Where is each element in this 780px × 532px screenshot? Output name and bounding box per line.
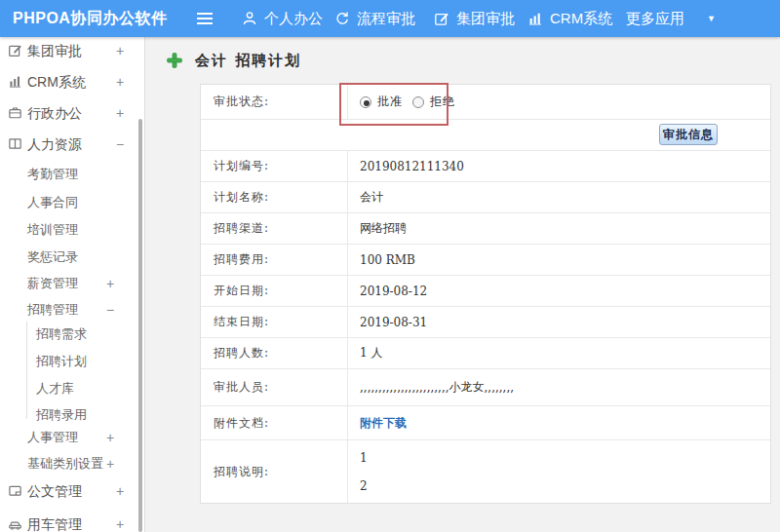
nav-crm-system[interactable]: CRM系统: [527, 0, 612, 37]
sidebar-item-attendance[interactable]: 考勤管理: [0, 165, 144, 184]
expand-toggle-icon[interactable]: +: [103, 274, 117, 293]
table-row-recruit-note: 招聘说明: 1 2: [201, 440, 770, 503]
table-row-approval-button: 审批信息: [201, 120, 770, 151]
app-title: PHPOA协同办公软件: [13, 0, 167, 37]
edit-icon: [8, 43, 22, 62]
edit-icon: [434, 11, 449, 26]
expand-toggle-icon[interactable]: +: [113, 41, 127, 60]
field-label: 结束日期:: [201, 307, 348, 337]
sidebar-item-personnel[interactable]: 人事管理 +: [0, 428, 144, 447]
radio-reject[interactable]: [412, 96, 424, 108]
note-line: 2: [360, 479, 368, 493]
field-label: 审批状态:: [201, 85, 348, 119]
sidebar-item-recruit-hire[interactable]: 招聘录用: [0, 405, 144, 425]
field-value: 1 人: [348, 338, 770, 368]
sidebar-item-training[interactable]: 培训管理: [0, 220, 144, 240]
sidebar-item-hr-contract[interactable]: 人事合同: [0, 193, 144, 212]
nav-label: 个人办公: [264, 10, 323, 28]
collapse-toggle-icon[interactable]: −: [103, 300, 117, 320]
process-icon: [334, 11, 350, 26]
expand-toggle-icon[interactable]: +: [113, 72, 127, 92]
topbar: PHPOA协同办公软件 个人办公 流程审批 集团审批 CRM系统 更多应用 ▼: [0, 0, 780, 37]
sidebar-item-documents[interactable]: 公文管理 +: [0, 481, 144, 501]
expand-toggle-icon[interactable]: +: [103, 454, 117, 474]
note-line: 1: [360, 451, 368, 465]
sidebar-item-crm[interactable]: CRM系统 +: [0, 72, 144, 92]
nav-more-apps[interactable]: 更多应用 ▼: [626, 0, 716, 37]
field-label: 计划编号:: [201, 151, 348, 181]
nav-label: 集团审批: [456, 10, 515, 28]
sidebar-item-vehicle[interactable]: 用车管理 +: [0, 514, 144, 532]
field-value: ,,,,,,,,,,,,,,,,,,,,,,,,小龙女,,,,,,,,: [348, 369, 770, 405]
sidebar-item-recruit-demand[interactable]: 招聘需求: [0, 324, 144, 344]
nav-label: 更多应用: [626, 10, 684, 28]
collapse-toggle-icon[interactable]: −: [113, 134, 127, 154]
expand-toggle-icon[interactable]: +: [113, 514, 127, 532]
nav-label: 流程审批: [357, 10, 415, 28]
add-plus-icon[interactable]: [167, 53, 182, 72]
field-value: 网络招聘: [348, 213, 770, 244]
field-value: 20190812111340: [348, 151, 770, 181]
table-row-headcount: 招聘人数: 1 人: [201, 338, 770, 369]
table-row-recruit-channel: 招聘渠道: 网络招聘: [201, 213, 770, 245]
expand-toggle-icon[interactable]: +: [113, 103, 127, 123]
table-row-approval-status: 审批状态: 批准 拒绝: [201, 85, 770, 120]
briefcase-icon: [8, 105, 22, 125]
table-row-end-date: 结束日期: 2019-08-31: [201, 307, 770, 338]
sidebar-item-salary[interactable]: 薪资管理 +: [0, 274, 144, 293]
field-label: 招聘渠道:: [201, 213, 348, 244]
sidebar-item-talent-pool[interactable]: 人才库: [0, 379, 144, 399]
field-label: 招聘费用:: [201, 245, 348, 275]
sidebar-item-human-resources[interactable]: 人力资源 −: [0, 134, 144, 154]
table-row-attachment: 附件文档: 附件下载: [201, 406, 770, 440]
sidebar-item-admin-office[interactable]: 行政办公 +: [0, 103, 144, 123]
field-label: 计划名称:: [201, 182, 348, 212]
nav-group-approval[interactable]: 集团审批: [434, 0, 515, 37]
table-row-recruit-cost: 招聘费用: 100 RMB: [201, 245, 770, 276]
sidebar-item-recruit-plan[interactable]: 招聘计划: [0, 352, 144, 371]
field-label: 审批人员:: [201, 369, 348, 405]
recruit-plan-detail-table: 审批状态: 批准 拒绝 审批信息 计划编号: 20190812111340 计划…: [200, 84, 771, 504]
nav-process-approval[interactable]: 流程审批: [334, 0, 415, 37]
hamburger-menu-icon[interactable]: [197, 13, 213, 27]
approval-info-button[interactable]: 审批信息: [659, 124, 718, 145]
bar-chart-icon: [8, 74, 22, 94]
table-row-start-date: 开始日期: 2019-08-12: [201, 276, 770, 307]
radio-reject-label: 拒绝: [430, 94, 455, 110]
person-icon: [242, 11, 257, 26]
page-title: 会计 招聘计划: [195, 52, 301, 70]
field-value: 2019-08-12: [348, 276, 770, 306]
sidebar-item-rewards[interactable]: 奖惩记录: [0, 247, 144, 267]
bar-chart-icon: [527, 11, 543, 26]
sidebar-item-base-category[interactable]: 基础类别设置 +: [0, 454, 144, 474]
sidebar-item-recruitment[interactable]: 招聘管理 −: [0, 300, 144, 320]
field-value: 2019-08-31: [348, 307, 770, 337]
field-label: 招聘人数:: [201, 338, 348, 368]
field-value: 100 RMB: [348, 245, 770, 275]
expand-toggle-icon[interactable]: +: [113, 481, 127, 501]
field-label: 开始日期:: [201, 276, 348, 306]
main-content: 会计 招聘计划 审批状态: 批准 拒绝 审批信息 计划编号: 201908121…: [146, 37, 780, 532]
field-label: 招聘说明:: [201, 440, 348, 503]
sidebar: 集团审批 + CRM系统 + 行政办公 + 人力资源 − 考勤管理 人事合同 培…: [0, 37, 145, 532]
nav-personal-office[interactable]: 个人办公: [242, 0, 323, 37]
radio-approve[interactable]: [360, 96, 371, 108]
sidebar-scrollbar[interactable]: [138, 119, 142, 532]
nav-label: CRM系统: [550, 10, 612, 28]
radio-approve-label: 批准: [377, 94, 403, 110]
caret-down-icon: ▼: [707, 14, 716, 23]
sidebar-item-group-approval[interactable]: 集团审批 +: [0, 41, 144, 60]
table-row-plan-number: 计划编号: 20190812111340: [201, 151, 770, 182]
table-row-plan-name: 计划名称: 会计: [201, 182, 770, 213]
book-icon: [8, 136, 22, 156]
field-label: 附件文档:: [201, 406, 348, 439]
table-row-approvers: 审批人员: ,,,,,,,,,,,,,,,,,,,,,,,,小龙女,,,,,,,…: [201, 369, 770, 406]
field-value: 会计: [348, 182, 770, 212]
expand-toggle-icon[interactable]: +: [103, 428, 117, 447]
approval-radio-group: 批准 拒绝: [348, 85, 770, 119]
attachment-download-link[interactable]: 附件下载: [360, 415, 407, 432]
car-icon: [8, 516, 22, 532]
document-icon: [8, 483, 22, 503]
